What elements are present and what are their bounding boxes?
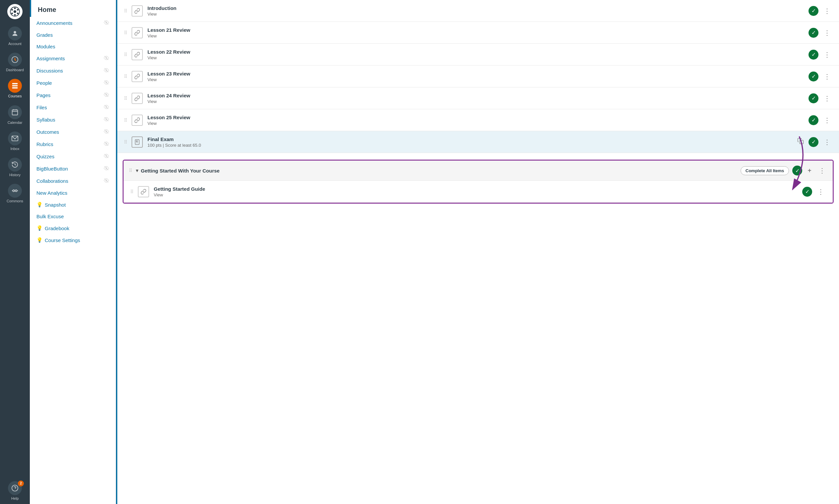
course-nav-new-analytics[interactable]: New Analytics: [30, 187, 116, 199]
complete-all-items-button[interactable]: Complete All Items: [740, 166, 789, 175]
lesson24-item-icon: [132, 93, 143, 104]
syllabus-eye-icon[interactable]: [104, 116, 109, 123]
eye-svg8: [104, 129, 109, 134]
link-icon3: [134, 52, 140, 58]
lesson22-title[interactable]: Lesson 22 Review: [147, 49, 808, 55]
modules-label: Modules: [36, 44, 109, 49]
bulk-excuse-label: Bulk Excuse: [36, 214, 109, 219]
nav-item-inbox[interactable]: Inbox: [0, 128, 30, 154]
course-nav-syllabus[interactable]: Syllabus: [30, 113, 116, 126]
module-section-drag-handle[interactable]: ⠿: [129, 168, 133, 173]
module-section-menu-button[interactable]: ⋮: [817, 165, 827, 176]
gsg-title[interactable]: Getting Started Guide: [154, 186, 802, 192]
eye-svg4: [104, 80, 109, 85]
course-nav-collaborations[interactable]: Collaborations: [30, 175, 116, 187]
drag-handle-gsg[interactable]: ⠿: [130, 189, 134, 194]
lesson22-menu-button[interactable]: ⋮: [822, 49, 832, 60]
course-nav-snapshot[interactable]: 💡 Snapshot: [30, 199, 116, 211]
course-nav-quizzes[interactable]: Quizzes: [30, 150, 116, 163]
finalexam-title[interactable]: Final Exam: [147, 137, 796, 142]
lesson23-title[interactable]: Lesson 23 Review: [147, 71, 808, 76]
course-nav-home[interactable]: Home: [30, 0, 116, 17]
intro-title[interactable]: Introduction: [147, 5, 808, 11]
course-nav-files[interactable]: Files: [30, 101, 116, 113]
course-nav-modules[interactable]: Modules: [30, 41, 116, 52]
dashboard-svg: [11, 56, 19, 63]
drag-handle-lesson22[interactable]: ⠿: [124, 52, 127, 57]
course-nav-people[interactable]: People: [30, 77, 116, 89]
nav-item-courses[interactable]: Courses: [0, 75, 30, 102]
collaborations-label: Collaborations: [36, 178, 104, 184]
nav-item-dashboard[interactable]: Dashboard: [0, 49, 30, 75]
svg-point-10: [14, 59, 16, 60]
course-nav-discussions[interactable]: Discussions: [30, 65, 116, 77]
lesson21-title[interactable]: Lesson 21 Review: [147, 27, 808, 33]
snapshot-bulb-icon: 💡: [36, 202, 43, 208]
eye-svg9: [104, 141, 109, 146]
people-label: People: [36, 80, 104, 86]
nav-item-help[interactable]: 2 Help: [0, 478, 30, 504]
people-eye-icon[interactable]: [104, 80, 109, 86]
drag-handle-lesson25[interactable]: ⠿: [124, 118, 127, 123]
files-label: Files: [36, 105, 104, 110]
lesson21-completed-icon: ✓: [808, 28, 819, 38]
drag-handle-lesson23[interactable]: ⠿: [124, 74, 127, 79]
course-nav-assignments[interactable]: Assignments: [30, 52, 116, 65]
course-nav-bigbluebutton[interactable]: BigBlueButton: [30, 163, 116, 175]
canvas-logo[interactable]: [0, 0, 30, 23]
module-item-finalexam: ⠿ Final Exam 100 pts | Score at least 65…: [117, 131, 839, 153]
discussions-label: Discussions: [36, 68, 104, 73]
collaborations-eye-icon[interactable]: [104, 178, 109, 184]
module-item-lesson21: ⠿ Lesson 21 Review View ✓ ⋮: [117, 22, 839, 44]
files-eye-icon[interactable]: [104, 104, 109, 111]
course-nav-gradebook[interactable]: 💡 Gradebook: [30, 222, 116, 234]
drag-handle-intro[interactable]: ⠿: [124, 8, 127, 14]
gsg-menu-button[interactable]: ⋮: [816, 186, 826, 197]
drag-handle-lesson24[interactable]: ⠿: [124, 96, 127, 101]
lesson23-menu-button[interactable]: ⋮: [822, 71, 832, 82]
dashboard-label: Dashboard: [6, 68, 24, 72]
new-analytics-label: New Analytics: [36, 190, 109, 196]
announcements-eye-icon[interactable]: [104, 20, 109, 26]
lesson21-menu-button[interactable]: ⋮: [822, 28, 832, 38]
bigbluebutton-eye-icon[interactable]: [104, 166, 109, 172]
assignments-eye-icon[interactable]: [104, 55, 109, 61]
announcements-label: Announcements: [36, 20, 104, 26]
quizzes-eye-icon[interactable]: [104, 153, 109, 160]
commons-label: Commons: [7, 199, 23, 203]
course-nav-bulk-excuse[interactable]: Bulk Excuse: [30, 211, 116, 222]
history-label: History: [9, 173, 20, 177]
lesson22-content: Lesson 22 Review View: [147, 49, 808, 60]
discussions-eye-icon[interactable]: [104, 68, 109, 74]
nav-item-history[interactable]: History: [0, 154, 30, 180]
lesson25-title[interactable]: Lesson 25 Review: [147, 114, 808, 120]
account-icon: [8, 26, 22, 40]
course-nav-rubrics[interactable]: Rubrics: [30, 138, 116, 150]
snapshot-label: Snapshot: [45, 202, 109, 208]
nav-item-commons[interactable]: Commons: [0, 180, 30, 206]
lesson22-actions: ✓ ⋮: [808, 49, 832, 60]
inbox-svg: [11, 135, 19, 142]
course-nav-outcomes[interactable]: Outcomes: [30, 126, 116, 138]
intro-menu-button[interactable]: ⋮: [822, 6, 832, 16]
lesson25-menu-button[interactable]: ⋮: [822, 115, 832, 126]
svg-point-5: [14, 14, 16, 16]
course-nav-announcements[interactable]: Announcements: [30, 17, 116, 29]
outcomes-eye-icon[interactable]: [104, 129, 109, 135]
finalexam-copy-icon[interactable]: [796, 137, 805, 147]
nav-item-account[interactable]: Account: [0, 23, 30, 49]
course-nav-grades[interactable]: Grades: [30, 29, 116, 41]
course-nav-pages[interactable]: Pages: [30, 89, 116, 101]
nav-item-calendar[interactable]: Calendar: [0, 102, 30, 128]
pages-eye-icon[interactable]: [104, 92, 109, 98]
drag-handle-finalexam[interactable]: ⠿: [124, 139, 127, 145]
finalexam-menu-button[interactable]: ⋮: [822, 137, 832, 147]
drag-handle-lesson21[interactable]: ⠿: [124, 30, 127, 35]
module-chevron-icon[interactable]: ▾: [136, 168, 138, 173]
rubrics-eye-icon[interactable]: [104, 141, 109, 147]
lesson24-menu-button[interactable]: ⋮: [822, 93, 832, 104]
course-nav-course-settings[interactable]: 💡 Course Settings: [30, 234, 116, 246]
module-title-text[interactable]: Getting Started With Your Course: [141, 168, 220, 174]
module-section-add-button[interactable]: +: [806, 166, 814, 175]
lesson24-title[interactable]: Lesson 24 Review: [147, 93, 808, 98]
